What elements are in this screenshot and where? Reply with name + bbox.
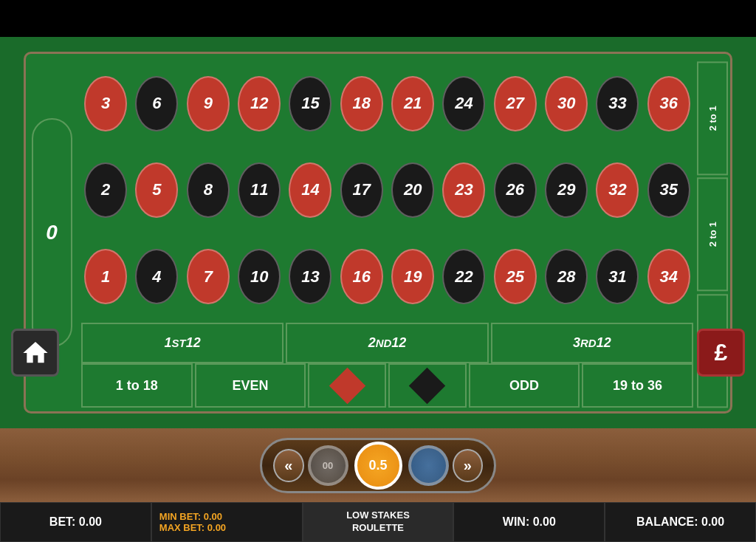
num-oval-25[interactable]: 25 bbox=[494, 249, 537, 304]
num-oval-1[interactable]: 1 bbox=[84, 249, 127, 304]
num-oval-22[interactable]: 22 bbox=[442, 249, 485, 304]
num-label-20: 20 bbox=[404, 180, 422, 199]
black-diamond-cell[interactable] bbox=[388, 363, 467, 408]
min-bet-label: MIN BET: 0.00 bbox=[159, 511, 222, 522]
num-cell-15[interactable]: 15 bbox=[286, 61, 334, 145]
num-oval-32[interactable]: 32 bbox=[596, 162, 639, 218]
num-cell-35[interactable]: 35 bbox=[645, 148, 693, 232]
num-cell-22[interactable]: 22 bbox=[439, 235, 488, 319]
num-oval-36[interactable]: 36 bbox=[647, 76, 690, 131]
num-cell-4[interactable]: 4 bbox=[132, 235, 181, 319]
num-oval-16[interactable]: 16 bbox=[340, 249, 383, 304]
num-cell-5[interactable]: 5 bbox=[132, 148, 181, 232]
num-cell-16[interactable]: 16 bbox=[337, 235, 386, 319]
outside-cell-19to36[interactable]: 19 to 36 bbox=[582, 363, 693, 408]
num-cell-20[interactable]: 20 bbox=[388, 148, 437, 232]
num-cell-9[interactable]: 9 bbox=[184, 61, 233, 145]
num-cell-23[interactable]: 23 bbox=[439, 148, 488, 232]
num-oval-3[interactable]: 3 bbox=[84, 76, 127, 131]
num-cell-1[interactable]: 1 bbox=[81, 235, 130, 319]
num-cell-33[interactable]: 33 bbox=[593, 61, 642, 145]
num-cell-11[interactable]: 11 bbox=[235, 148, 284, 232]
chip-prev-button[interactable]: « bbox=[273, 449, 304, 482]
num-oval-2[interactable]: 2 bbox=[84, 162, 127, 218]
twotoone-cell-2[interactable]: 2 to 1 bbox=[697, 177, 728, 291]
num-oval-14[interactable]: 14 bbox=[289, 162, 331, 218]
num-label-16: 16 bbox=[353, 267, 371, 287]
num-cell-12[interactable]: 12 bbox=[235, 61, 284, 145]
num-oval-27[interactable]: 27 bbox=[494, 76, 537, 131]
num-cell-6[interactable]: 6 bbox=[132, 61, 181, 145]
num-cell-25[interactable]: 25 bbox=[491, 235, 540, 319]
num-cell-17[interactable]: 17 bbox=[337, 148, 386, 232]
num-cell-32[interactable]: 32 bbox=[593, 148, 642, 232]
num-oval-12[interactable]: 12 bbox=[238, 76, 281, 131]
num-cell-27[interactable]: 27 bbox=[491, 61, 540, 145]
num-cell-31[interactable]: 31 bbox=[593, 235, 642, 319]
num-oval-15[interactable]: 15 bbox=[289, 76, 331, 131]
num-cell-24[interactable]: 24 bbox=[439, 61, 488, 145]
num-oval-8[interactable]: 8 bbox=[187, 162, 230, 218]
num-cell-30[interactable]: 30 bbox=[542, 61, 591, 145]
num-oval-28[interactable]: 28 bbox=[545, 249, 588, 304]
num-oval-9[interactable]: 9 bbox=[187, 76, 230, 131]
num-oval-6[interactable]: 6 bbox=[135, 76, 178, 131]
currency-button[interactable]: £ bbox=[697, 329, 745, 377]
red-diamond-cell[interactable] bbox=[308, 363, 386, 408]
chip-active[interactable]: 0.5 bbox=[354, 442, 402, 490]
num-oval-17[interactable]: 17 bbox=[340, 162, 383, 218]
num-cell-19[interactable]: 19 bbox=[388, 235, 437, 319]
zero-cell[interactable]: 0 bbox=[32, 118, 72, 347]
dozen-cell-2[interactable]: 2ND 12 bbox=[286, 323, 488, 363]
num-oval-26[interactable]: 26 bbox=[494, 162, 537, 218]
num-cell-18[interactable]: 18 bbox=[337, 61, 386, 145]
outside-cell-1to18[interactable]: 1 to 18 bbox=[81, 363, 193, 408]
num-oval-20[interactable]: 20 bbox=[391, 162, 434, 218]
num-cell-36[interactable]: 36 bbox=[645, 61, 693, 145]
num-oval-24[interactable]: 24 bbox=[442, 76, 485, 131]
num-label-14: 14 bbox=[301, 180, 319, 199]
num-oval-29[interactable]: 29 bbox=[545, 162, 588, 218]
num-oval-31[interactable]: 31 bbox=[596, 249, 639, 304]
home-button[interactable] bbox=[11, 329, 59, 377]
num-oval-33[interactable]: 33 bbox=[596, 76, 639, 131]
num-oval-23[interactable]: 23 bbox=[442, 162, 485, 218]
dozen-cell-1[interactable]: 1ST 12 bbox=[81, 323, 284, 363]
num-cell-13[interactable]: 13 bbox=[286, 235, 334, 319]
num-cell-29[interactable]: 29 bbox=[542, 148, 591, 232]
num-oval-18[interactable]: 18 bbox=[340, 76, 383, 131]
num-oval-21[interactable]: 21 bbox=[391, 76, 434, 131]
num-label-26: 26 bbox=[506, 180, 524, 199]
num-cell-8[interactable]: 8 bbox=[184, 148, 233, 232]
num-oval-7[interactable]: 7 bbox=[187, 249, 230, 304]
num-oval-5[interactable]: 5 bbox=[135, 162, 178, 218]
chip-grey[interactable]: 00 bbox=[308, 445, 348, 486]
num-label-25: 25 bbox=[506, 267, 524, 287]
dozen-cell-3[interactable]: 3RD 12 bbox=[491, 323, 693, 363]
num-cell-2[interactable]: 2 bbox=[81, 148, 130, 232]
chip-next-button[interactable]: » bbox=[453, 449, 484, 482]
num-oval-30[interactable]: 30 bbox=[545, 76, 588, 131]
twotoone-cell-1[interactable]: 2 to 1 bbox=[697, 61, 728, 175]
chip-blue[interactable] bbox=[408, 445, 449, 486]
num-cell-3[interactable]: 3 bbox=[81, 61, 130, 145]
num-oval-13[interactable]: 13 bbox=[289, 249, 331, 304]
num-cell-34[interactable]: 34 bbox=[645, 235, 693, 319]
num-cell-28[interactable]: 28 bbox=[542, 235, 591, 319]
num-oval-4[interactable]: 4 bbox=[135, 249, 178, 304]
num-oval-35[interactable]: 35 bbox=[647, 162, 690, 218]
roulette-table: 0 36912151821242730333625811141720232629… bbox=[24, 52, 732, 414]
num-cell-14[interactable]: 14 bbox=[286, 148, 334, 232]
num-oval-11[interactable]: 11 bbox=[238, 162, 281, 218]
num-oval-19[interactable]: 19 bbox=[391, 249, 434, 304]
outside-cell-ODD[interactable]: ODD bbox=[469, 363, 580, 408]
outside-cell-EVEN[interactable]: EVEN bbox=[195, 363, 306, 408]
num-oval-34[interactable]: 34 bbox=[647, 249, 690, 304]
num-cell-21[interactable]: 21 bbox=[388, 61, 437, 145]
num-cell-26[interactable]: 26 bbox=[491, 148, 540, 232]
num-oval-10[interactable]: 10 bbox=[238, 249, 281, 304]
num-cell-10[interactable]: 10 bbox=[235, 235, 284, 319]
num-cell-7[interactable]: 7 bbox=[184, 235, 233, 319]
zero-label: 0 bbox=[46, 221, 58, 244]
num-label-30: 30 bbox=[557, 94, 575, 113]
